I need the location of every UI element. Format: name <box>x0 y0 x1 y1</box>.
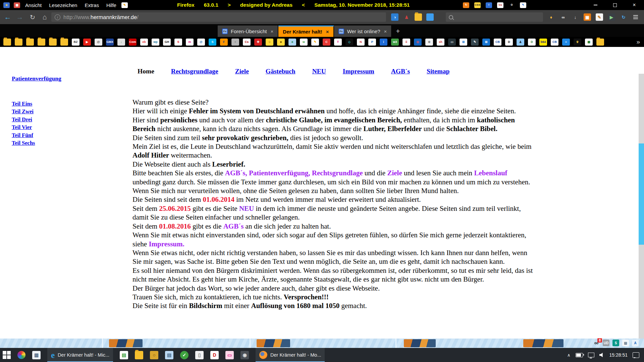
window-star-icon[interactable]: ★ <box>3 2 10 8</box>
menu-hilfe[interactable]: Hilfe <box>106 2 116 8</box>
w-green-icon[interactable]: w <box>300 39 308 46</box>
table-icon[interactable]: ▦ <box>585 39 593 46</box>
palette-app-icon[interactable] <box>17 351 25 359</box>
notes-icon[interactable]: ✎ <box>520 2 526 8</box>
topnav-link-sitemap[interactable]: Sitemap <box>427 68 449 75</box>
smiley-2-icon[interactable]: ☻ <box>277 39 285 46</box>
person-icon[interactable]: ♟ <box>517 39 524 46</box>
sparkasse-icon[interactable]: S <box>174 39 182 46</box>
wordpress-icon[interactable]: wp <box>152 39 159 46</box>
skype-icon[interactable]: S <box>209 39 216 46</box>
list-icon[interactable]: ≡ <box>562 39 570 46</box>
gh-icon[interactable]: GH <box>163 39 171 46</box>
menu-icon[interactable] <box>632 13 639 21</box>
menu-extras[interactable]: Extras <box>85 2 99 8</box>
css-icon[interactable]: CSS <box>474 2 481 8</box>
edit-note-icon[interactable]: ✎ <box>121 2 128 8</box>
home-button[interactable]: ⌂ <box>40 10 50 24</box>
mail-icon[interactable]: @ <box>197 39 205 46</box>
topnav-link-agb-s[interactable]: AGB´s <box>391 68 410 75</box>
sidebar-link-teil-sechs[interactable]: Teil Sechs <box>12 139 35 147</box>
c-red-icon[interactable]: C <box>323 39 330 46</box>
info-icon[interactable]: i <box>380 39 387 46</box>
check-app-icon[interactable]: ✓ <box>180 351 189 359</box>
translate-icon[interactable]: A <box>632 340 639 346</box>
new-tab-button[interactable]: + <box>392 25 404 37</box>
n-red-icon[interactable]: N <box>357 39 365 46</box>
tab-close-icon[interactable]: × <box>326 29 329 35</box>
d-app-icon[interactable]: D <box>210 351 219 359</box>
pencil-icon[interactable]: ✎ <box>311 39 319 46</box>
com-icon[interactable]: Com <box>129 39 137 46</box>
folder-2-icon[interactable] <box>15 39 22 46</box>
cs-icon[interactable]: Cs <box>243 39 251 46</box>
forward-button[interactable]: → <box>15 10 25 24</box>
tab-close-icon[interactable]: × <box>271 28 274 34</box>
network-icon[interactable] <box>588 353 594 357</box>
download-icon[interactable]: ↓ <box>117 39 125 46</box>
sidebar-link-teil-eins[interactable]: Teil Eins <box>12 100 35 108</box>
s-app-icon[interactable]: S <box>612 340 619 346</box>
qr-icon[interactable]: ▣ <box>584 13 591 21</box>
sphere-icon[interactable]: ● <box>231 39 239 46</box>
library-icon[interactable]: ◑ <box>391 13 398 21</box>
sidebar-link-teil-vier[interactable]: Teil Vier <box>12 123 35 131</box>
dart-icon[interactable]: ◎ <box>414 39 422 46</box>
phone-app-icon[interactable]: ▯ <box>195 351 204 359</box>
topnav-link-rechtsgrundlage[interactable]: Rechtsgrundlage <box>171 68 218 75</box>
people-icon[interactable]: ii <box>402 39 410 46</box>
folder-5-icon[interactable] <box>49 39 57 46</box>
calendar-icon[interactable]: ▦ <box>14 2 20 8</box>
reload-button[interactable]: ↻ <box>28 10 38 24</box>
restore-button[interactable] <box>605 0 625 10</box>
video-icon[interactable]: ▶ <box>608 13 615 21</box>
battery-icon[interactable] <box>576 353 583 357</box>
speaker-icon[interactable] <box>599 353 604 357</box>
youtube-icon[interactable]: ▶ <box>83 39 91 46</box>
b64-icon[interactable]: b64 <box>539 39 547 46</box>
minimize-button[interactable] <box>586 0 605 10</box>
at-icon[interactable]: @ <box>95 39 102 46</box>
windows-icon[interactable]: ⊞ <box>460 39 467 46</box>
person-icon[interactable]: ♟ <box>403 13 410 21</box>
back-button[interactable]: ← <box>3 10 13 24</box>
sh-icon[interactable]: sh <box>437 39 444 46</box>
editor-icon[interactable]: ✎ <box>471 39 479 46</box>
tray-chevron-icon[interactable]: ∧ <box>567 353 571 358</box>
glasses-icon[interactable]: ∞ <box>559 13 567 21</box>
tab-close-icon[interactable]: × <box>384 28 387 34</box>
camera-app-icon[interactable]: ◉ <box>240 351 249 359</box>
tools-icon[interactable]: ✚ <box>254 39 262 46</box>
d-dark-icon[interactable]: D <box>505 39 513 46</box>
list-icon[interactable]: ≡ <box>486 2 492 8</box>
folder-blue-icon[interactable] <box>426 13 434 21</box>
folder-open-icon[interactable] <box>596 39 604 46</box>
media-icon[interactable]: m <box>186 39 194 46</box>
binoculars-icon[interactable]: oo8 <box>593 340 600 346</box>
brush-icon[interactable]: ✎ <box>596 13 603 21</box>
folder-edit-icon[interactable] <box>415 13 422 21</box>
download-icon[interactable]: ↓ <box>572 13 579 21</box>
tab-wer-ist-online-[interactable]: FxWer ist online?× <box>334 25 392 37</box>
topnav-link-neu[interactable]: NEU <box>312 68 326 75</box>
p-blue-icon[interactable]: P <box>368 39 376 46</box>
folder-1-icon[interactable] <box>3 39 11 46</box>
ebay-icon[interactable]: eb <box>140 39 148 46</box>
folder-6-icon[interactable] <box>60 39 68 46</box>
close-button[interactable]: × <box>625 0 644 10</box>
scrollbar-thumb[interactable] <box>639 143 644 245</box>
key-app-icon[interactable]: ○ <box>150 351 158 359</box>
smiley-icon[interactable]: ☺ <box>266 39 273 46</box>
gmx-icon[interactable]: GMX <box>106 39 114 46</box>
diamond-icon[interactable]: ◇ <box>345 39 353 46</box>
gear-icon[interactable]: ⚙ <box>508 2 515 8</box>
sidebar-link-teil-zwei[interactable]: Teil Zwei <box>12 108 35 115</box>
menu-ansicht[interactable]: Ansicht <box>25 2 42 8</box>
topnav-link-g-stebuch[interactable]: Gästebuch <box>266 68 296 75</box>
topnav-link-impressum[interactable]: Impressum <box>343 68 374 75</box>
notes-app-icon[interactable]: ▤ <box>120 351 128 359</box>
cb-2-icon[interactable]: CB <box>551 39 558 46</box>
d-green-icon[interactable]: D <box>528 39 536 46</box>
menu-lesezeichen[interactable]: Lesezeichen <box>49 2 77 8</box>
taskbar-button-edge[interactable]: e Der Krämer halt! - Mic... <box>47 348 113 362</box>
